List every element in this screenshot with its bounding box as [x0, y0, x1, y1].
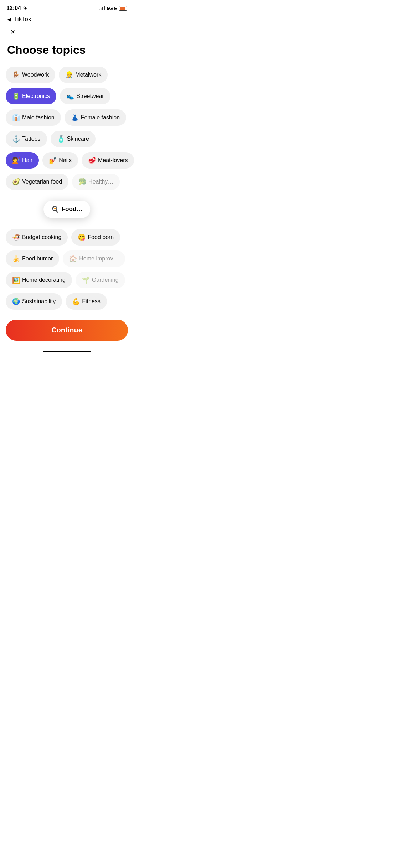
back-label[interactable]: TikTok [14, 16, 31, 23]
budget-cooking-label: Budget cooking [22, 234, 61, 241]
back-arrow-icon: ◀ [7, 16, 11, 22]
chip-male-fashion[interactable]: 👔 Male fashion [6, 109, 61, 126]
male-fashion-label: Male fashion [22, 114, 55, 121]
popup-icon: 🍳 [51, 206, 59, 213]
woodwork-label: Woodwork [22, 72, 49, 78]
page-title: Choose topics [0, 43, 134, 67]
food-humor-emoji: 🍌 [12, 255, 20, 263]
signal-bar-3 [102, 7, 103, 10]
popup-label: Food… [62, 206, 83, 213]
chip-skincare[interactable]: 🧴 Skincare [51, 131, 96, 147]
chip-streetwear[interactable]: 👟 Streetwear [60, 88, 110, 104]
sustainability-emoji: 🌍 [12, 298, 20, 305]
chip-healthy-eating-partial[interactable]: 🥦 Healthy… [72, 174, 120, 190]
metalwork-emoji: 👷 [65, 71, 73, 79]
topic-row-3: 👔 Male fashion 👗 Female fashion [6, 109, 128, 126]
woodwork-emoji: 🪑 [12, 71, 20, 79]
electronics-emoji: 🔋 [12, 92, 20, 100]
nails-emoji: 💅 [49, 156, 57, 164]
signal-bars [99, 6, 105, 10]
streetwear-label: Streetwear [76, 93, 104, 99]
skincare-emoji: 🧴 [57, 135, 65, 143]
fitness-label: Fitness [82, 298, 101, 305]
chip-fitness[interactable]: 💪 Fitness [66, 293, 107, 310]
streetwear-emoji: 👟 [66, 92, 74, 100]
status-right: 5G E [99, 6, 127, 11]
chip-meat-lovers[interactable]: 🥩 Meat-lovers [82, 152, 134, 169]
chip-food-humor[interactable]: 🍌 Food humor [6, 250, 59, 267]
topic-row-6: 🥑 Vegetarian food 🥦 Healthy… [6, 174, 128, 190]
chip-budget-cooking[interactable]: 🍜 Budget cooking [6, 229, 68, 246]
topic-row-budget: 🍜 Budget cooking 😋 Food porn [6, 229, 128, 246]
female-fashion-emoji: 👗 [71, 114, 79, 122]
healthy-eating-label: Healthy… [88, 179, 113, 185]
popup-bubble: 🍳 Food… [43, 201, 91, 218]
vegetarian-label: Vegetarian food [22, 179, 62, 185]
chip-tattoos[interactable]: ⚓ Tattoos [6, 131, 47, 147]
topic-row-5: 💇 Hair 💅 Nails 🥩 Meat-lovers [6, 152, 128, 169]
food-porn-emoji: 😋 [78, 233, 86, 241]
tattoos-emoji: ⚓ [12, 135, 20, 143]
chip-food-porn[interactable]: 😋 Food porn [71, 229, 120, 246]
chip-female-fashion[interactable]: 👗 Female fashion [65, 109, 126, 126]
chip-woodwork[interactable]: 🪑 Woodwork [6, 67, 55, 83]
electronics-label: Electronics [22, 93, 50, 99]
network-type: 5G E [107, 6, 117, 11]
chip-home-decorating[interactable]: 🖼️ Home decorating [6, 272, 72, 288]
female-fashion-label: Female fashion [81, 114, 120, 121]
topic-row-1: 🪑 Woodwork 👷 Metalwork [6, 67, 128, 83]
close-button[interactable]: × [7, 26, 19, 38]
chip-hair[interactable]: 💇 Hair [6, 152, 39, 169]
vegetarian-emoji: 🥑 [12, 178, 20, 186]
hair-emoji: 💇 [12, 156, 20, 164]
signal-bar-2 [101, 8, 102, 10]
signal-bar-1 [99, 9, 100, 10]
battery-fill [120, 7, 125, 10]
gardening-label: Gardening [92, 277, 119, 283]
home-decorating-emoji: 🖼️ [12, 276, 20, 284]
signal-bar-4 [104, 6, 105, 10]
topic-row-sustainability: 🌍 Sustainability 💪 Fitness [6, 293, 128, 310]
chip-metalwork[interactable]: 👷 Metalwork [59, 67, 108, 83]
nav-bar: ◀ TikTok [0, 14, 134, 26]
home-improvement-label: Home improv… [79, 255, 119, 262]
topic-row-food-humor: 🍌 Food humor 🏠 Home improv… [6, 250, 128, 267]
time: 12:04 [6, 5, 21, 11]
sustainability-label: Sustainability [22, 298, 56, 305]
chip-gardening-partial[interactable]: 🌱 Gardening [76, 272, 125, 288]
battery-icon [119, 6, 127, 11]
fitness-emoji: 💪 [72, 298, 80, 305]
topics-container: 🪑 Woodwork 👷 Metalwork 🔋 Electronics 👟 S… [0, 67, 134, 190]
hair-label: Hair [22, 157, 32, 164]
skincare-label: Skincare [67, 136, 89, 142]
budget-cooking-emoji: 🍜 [12, 233, 20, 241]
food-porn-label: Food porn [88, 234, 114, 241]
status-bar: 12:04 ✈ 5G E [0, 0, 134, 14]
chip-sustainability[interactable]: 🌍 Sustainability [6, 293, 62, 310]
home-decorating-label: Home decorating [22, 277, 66, 283]
meat-lovers-emoji: 🥩 [88, 156, 96, 164]
tattoos-label: Tattoos [22, 136, 41, 142]
male-fashion-emoji: 👔 [12, 114, 20, 122]
home-improvement-emoji: 🏠 [69, 255, 77, 263]
topic-row-4: ⚓ Tattoos 🧴 Skincare [6, 131, 128, 147]
bottom-topics-container: 🍜 Budget cooking 😋 Food porn 🍌 Food humo… [0, 229, 134, 310]
chip-home-improvement-partial[interactable]: 🏠 Home improv… [63, 250, 125, 267]
topic-row-2: 🔋 Electronics 👟 Streetwear [6, 88, 128, 104]
status-left: 12:04 ✈ [6, 5, 27, 11]
chip-electronics[interactable]: 🔋 Electronics [6, 88, 56, 104]
nails-label: Nails [59, 157, 72, 164]
topic-row-home-decorating: 🖼️ Home decorating 🌱 Gardening [6, 272, 128, 288]
popup-area: 🍳 Food… [6, 193, 128, 226]
food-humor-label: Food humor [22, 255, 53, 262]
continue-button[interactable]: Continue [6, 320, 128, 341]
meat-lovers-label: Meat-lovers [98, 157, 128, 164]
home-indicator [43, 351, 91, 352]
chip-nails[interactable]: 💅 Nails [42, 152, 78, 169]
location-icon: ✈ [23, 6, 27, 11]
metalwork-label: Metalwork [75, 72, 101, 78]
gardening-emoji: 🌱 [82, 276, 90, 284]
healthy-eating-emoji: 🥦 [78, 178, 86, 186]
chip-vegetarian-food[interactable]: 🥑 Vegetarian food [6, 174, 68, 190]
